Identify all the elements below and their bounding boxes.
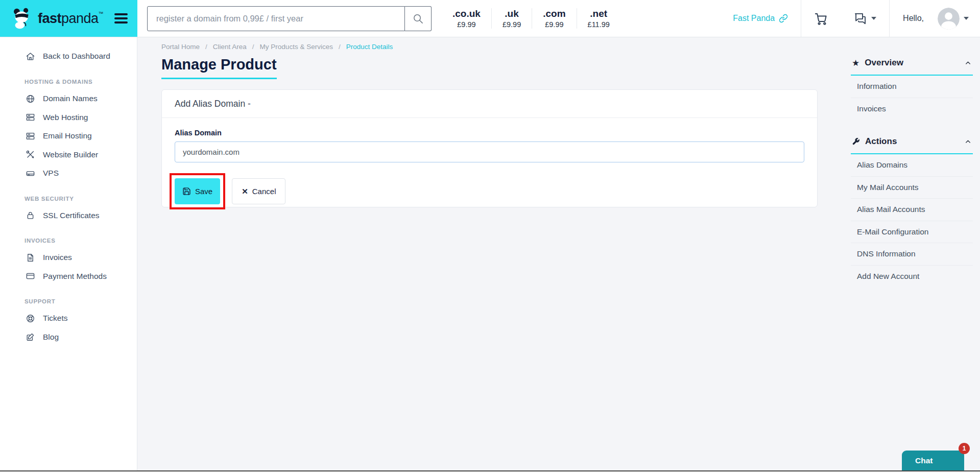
add-alias-domain-card: Add Alias Domain - Alias Domain Save — [161, 89, 818, 207]
account-menu[interactable] — [938, 0, 980, 37]
sidebar-item-tickets[interactable]: Tickets — [0, 309, 137, 328]
menu-item-dns-information[interactable]: DNS Information — [851, 243, 973, 266]
sidebar-item-web-hosting[interactable]: Web Hosting — [0, 108, 137, 127]
sidebar-item-website-builder[interactable]: Website Builder — [0, 146, 137, 164]
tld-item-uk[interactable]: .uk £9.99 — [492, 8, 532, 29]
hamburger-menu-icon[interactable] — [114, 11, 128, 26]
hard-drive-icon — [26, 169, 35, 178]
comments-icon — [853, 12, 867, 26]
left-sidebar: Back to Dashboard HOSTING & DOMAINS Doma… — [0, 37, 137, 473]
cancel-button[interactable]: ✕ Cancel — [232, 178, 285, 204]
chat-unread-badge: 1 — [959, 443, 970, 454]
cart-button[interactable] — [801, 0, 841, 37]
menu-item-add-new-account[interactable]: Add New Account — [851, 266, 973, 288]
chevron-down-icon — [871, 17, 876, 20]
server-icon — [26, 112, 35, 122]
sidebar-section-web-security: WEB SECURITY — [0, 191, 137, 206]
sidebar-item-invoices[interactable]: Invoices — [0, 248, 137, 267]
panda-logo-icon — [11, 8, 33, 29]
save-icon — [182, 187, 191, 196]
sidebar-item-back-to-dashboard[interactable]: Back to Dashboard — [0, 46, 137, 66]
tld-item-net[interactable]: .net £11.99 — [577, 8, 620, 29]
main-content: Portal Home / Client Area / My Products … — [137, 37, 980, 473]
alias-domain-label: Alias Domain — [175, 129, 804, 137]
breadcrumb-product-details[interactable]: Product Details — [346, 43, 393, 51]
invoice-icon — [26, 253, 35, 263]
credit-card-icon — [26, 271, 35, 281]
avatar — [938, 8, 960, 30]
chevron-up-icon — [964, 138, 972, 146]
greeting-text: Hello, — [903, 14, 924, 23]
sidebar-item-vps[interactable]: VPS — [0, 164, 137, 183]
chat-widget-button[interactable]: Chat 1 — [902, 451, 964, 471]
menu-item-alias-mail-accounts[interactable]: Alias Mail Accounts — [851, 199, 973, 221]
menu-item-alias-domains[interactable]: Alias Domains — [851, 154, 973, 177]
search-button[interactable] — [405, 6, 432, 31]
card-header: Add Alias Domain - — [162, 90, 817, 118]
sidebar-item-payment-methods[interactable]: Payment Methods — [0, 267, 137, 286]
alias-domain-input[interactable] — [175, 141, 804, 162]
menu-item-my-mail-accounts[interactable]: My Mail Accounts — [851, 177, 973, 199]
sidebar-section-hosting-domains: HOSTING & DOMAINS — [0, 74, 137, 89]
domain-search-input[interactable] — [147, 6, 405, 31]
tld-price-list: .co.uk £9.99 .uk £9.99 .com £9.99 .net £… — [442, 0, 620, 37]
breadcrumb-my-products[interactable]: My Products & Services — [260, 43, 333, 51]
domain-search — [147, 6, 432, 31]
sidebar-section-support: SUPPORT — [0, 294, 137, 309]
divider — [889, 0, 890, 37]
sidebar-item-email-hosting[interactable]: Email Hosting — [0, 127, 137, 146]
lock-icon — [26, 210, 35, 220]
top-bar: fastpanda™ .co.uk £9.99 .uk £9.99 .com £… — [0, 0, 980, 37]
close-icon: ✕ — [242, 187, 248, 196]
external-link-icon — [779, 14, 788, 23]
breadcrumb: Portal Home / Client Area / My Products … — [161, 43, 393, 51]
red-highlight-annotation: Save — [170, 173, 225, 209]
overview-section: ★ Overview Information Invoices — [851, 55, 973, 120]
sidebar-section-invoices: INVOICES — [0, 233, 137, 248]
tld-item-couk[interactable]: .co.uk £9.99 — [442, 8, 492, 29]
messages-menu[interactable] — [841, 0, 889, 37]
star-icon: ★ — [852, 59, 859, 67]
brand-wordmark: fastpanda™ — [38, 11, 103, 27]
brand-logo[interactable]: fastpanda™ — [0, 0, 137, 37]
sidebar-item-ssl-certificates[interactable]: SSL Certificates — [0, 206, 137, 225]
search-icon — [412, 13, 424, 25]
wrench-icon — [852, 137, 860, 146]
save-button[interactable]: Save — [175, 178, 220, 204]
menu-item-email-configuration[interactable]: E-Mail Configuration — [851, 221, 973, 244]
chevron-down-icon — [964, 17, 969, 20]
sidebar-item-blog[interactable]: Blog — [0, 328, 137, 347]
server-icon — [26, 131, 35, 141]
actions-section: Actions Alias Domains My Mail Accounts A… — [851, 133, 973, 288]
page-title: Manage Product — [161, 56, 277, 79]
chevron-up-icon — [964, 59, 972, 67]
globe-icon — [26, 94, 35, 104]
edit-icon — [26, 332, 35, 342]
home-icon — [26, 52, 35, 61]
overview-header[interactable]: ★ Overview — [851, 55, 973, 76]
breadcrumb-portal-home[interactable]: Portal Home — [161, 43, 200, 51]
tld-item-com[interactable]: .com £9.99 — [532, 8, 577, 29]
tools-icon — [26, 150, 35, 159]
menu-item-information[interactable]: Information — [851, 76, 973, 98]
life-ring-icon — [26, 314, 35, 323]
product-side-menu: ★ Overview Information Invoices Actions — [851, 55, 973, 288]
cart-icon — [814, 12, 828, 26]
menu-item-invoices[interactable]: Invoices — [851, 98, 973, 121]
actions-header[interactable]: Actions — [851, 133, 973, 154]
breadcrumb-client-area[interactable]: Client Area — [213, 43, 247, 51]
fast-panda-site-link[interactable]: Fast Panda — [733, 14, 788, 23]
sidebar-item-domain-names[interactable]: Domain Names — [0, 89, 137, 108]
